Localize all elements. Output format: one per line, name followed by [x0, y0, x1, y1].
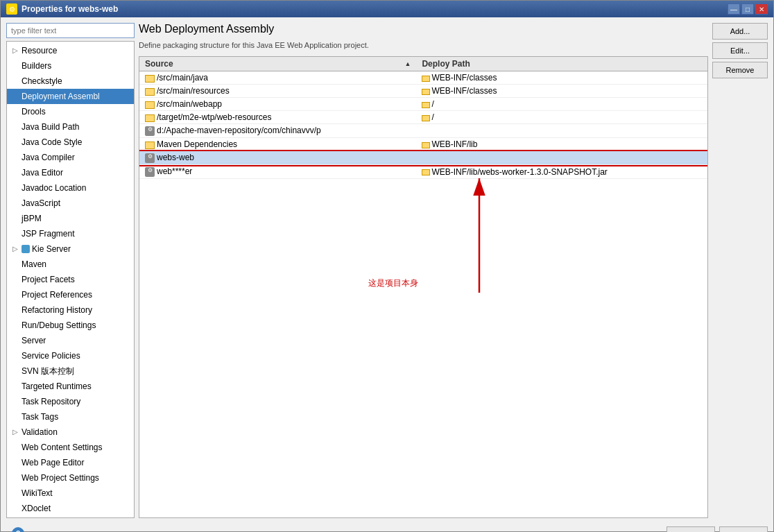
gear-icon: ⚙ — [145, 167, 155, 177]
sidebar-item-java-code-style[interactable]: Java Code Style — [7, 135, 134, 150]
deploy-path-cell: WEB-INF/classes — [416, 85, 707, 98]
nav-label-web-content-settings: Web Content Settings — [22, 442, 103, 453]
title-bar-buttons: — □ ✕ — [728, 3, 768, 15]
deploy-path-cell: WEB-INF/lib/webs-worker-1.3.0-SNAPSHOT.j… — [416, 165, 707, 179]
sidebar-item-drools[interactable]: Drools — [7, 104, 134, 119]
sidebar-item-javadoc-location[interactable]: Javadoc Location — [7, 180, 134, 196]
folder-icon — [145, 75, 155, 83]
sidebar-item-java-build-path[interactable]: Java Build Path — [7, 119, 134, 135]
table-row[interactable]: ⚙d:/Apache-maven-repository/com/chinavvv… — [139, 124, 707, 138]
kie-icon — [22, 245, 30, 253]
source-text: webs-web — [157, 153, 194, 162]
source-cell: /target/m2e-wtp/web-resources — [139, 111, 416, 124]
sidebar-item-resource[interactable]: ▷Resource — [7, 43, 134, 58]
sidebar-item-targeted-runtimes[interactable]: Targeted Runtimes — [7, 379, 134, 394]
nav-label-xdoclet: XDoclet — [22, 503, 51, 514]
sidebar-item-web-project-settings[interactable]: Web Project Settings — [7, 470, 134, 486]
deploy-path-text: WEB-INF/lib/webs-worker-1.3.0-SNAPSHOT.j… — [431, 167, 607, 177]
table-row[interactable]: ⚙web****erWEB-INF/lib/webs-worker-1.3.0-… — [139, 165, 707, 179]
deploy-path-text: / — [431, 99, 433, 109]
sidebar-item-java-editor[interactable]: Java Editor — [7, 165, 134, 180]
gear-icon: ⚙ — [145, 153, 155, 163]
help-area: ? — [6, 524, 30, 532]
sidebar-item-refactoring-history[interactable]: Refactoring History — [7, 302, 134, 318]
table-row[interactable]: /src/main/webapp/ — [139, 98, 707, 111]
sidebar-item-validation[interactable]: ▷Validation — [7, 424, 134, 440]
remove-button[interactable]: Remove — [712, 62, 768, 78]
gear-icon: ⚙ — [145, 126, 155, 136]
deploy-folder-icon — [422, 89, 430, 95]
filter-input[interactable] — [6, 23, 135, 38]
add-button[interactable]: Add... — [712, 23, 768, 40]
sidebar-item-task-repository[interactable]: Task Repository — [7, 394, 134, 409]
nav-label-kie-server: Kie Server — [32, 243, 71, 255]
source-cell: /src/main/webapp — [139, 98, 416, 111]
panel-description: Define packaging structure for this Java… — [139, 41, 708, 49]
table-row[interactable]: ⚙webs-web — [139, 151, 707, 165]
bottom-section: ? Revert Apply — [6, 522, 768, 532]
sidebar-item-maven[interactable]: Maven — [7, 257, 134, 272]
nav-label-web-page-editor: Web Page Editor — [22, 457, 85, 468]
nav-label-service-policies: Service Policies — [22, 350, 80, 361]
nav-label-javadoc-location: Javadoc Location — [22, 182, 86, 194]
title-bar: ⚙ Properties for webs-web — □ ✕ — [1, 1, 773, 17]
nav-label-deployment-assembly: Deployment Assembl — [22, 91, 100, 102]
right-section: Web Deployment Assembly Define packaging… — [139, 23, 768, 518]
help-icon[interactable]: ? — [12, 527, 24, 532]
table-row[interactable]: Maven DependenciesWEB-INF/lib — [139, 138, 707, 151]
sidebar-item-xdoclet[interactable]: XDoclet — [7, 501, 134, 516]
sidebar-item-web-content-settings[interactable]: Web Content Settings — [7, 440, 134, 455]
sidebar-item-web-page-editor[interactable]: Web Page Editor — [7, 455, 134, 470]
source-cell: ⚙web****er — [139, 165, 416, 179]
sidebar-item-javascript[interactable]: JavaScript — [7, 196, 134, 211]
minimize-button[interactable]: — — [728, 3, 740, 15]
maximize-button[interactable]: □ — [741, 3, 754, 15]
nav-label-wikitext: WikiText — [22, 488, 53, 499]
table-row[interactable]: /target/m2e-wtp/web-resources/ — [139, 111, 707, 124]
action-buttons: Add... Edit... Remove — [712, 23, 768, 518]
edit-button[interactable]: Edit... — [712, 42, 768, 59]
sidebar-item-kie-server[interactable]: ▷Kie Server — [7, 241, 134, 257]
source-cell: /src/main/resources — [139, 85, 416, 98]
title-bar-left: ⚙ Properties for webs-web — [6, 3, 118, 15]
deploy-path-text: WEB-INF/classes — [431, 86, 497, 96]
sidebar-item-jsp-fragment[interactable]: JSP Fragment — [7, 226, 134, 241]
dialog-content: ▷ResourceBuildersCheckstyleDeployment As… — [1, 17, 773, 532]
svg-text:这是项目本身: 这是项目本身 — [368, 278, 418, 288]
expand-icon-validation: ▷ — [12, 427, 19, 438]
sidebar-item-run-debug-settings[interactable]: Run/Debug Settings — [7, 318, 134, 333]
sidebar-item-server[interactable]: Server — [7, 333, 134, 348]
sidebar-item-jbpm[interactable]: jBPM — [7, 211, 134, 226]
sidebar-item-service-policies[interactable]: Service Policies — [7, 348, 134, 363]
source-text: /src/main/webapp — [157, 99, 222, 109]
sidebar-item-svn[interactable]: SVN 版本控制 — [7, 363, 134, 379]
col-deploy-path: Deploy Path — [416, 57, 707, 71]
nav-label-builders: Builders — [22, 60, 51, 71]
sidebar-item-deployment-assembly[interactable]: Deployment Assembl — [7, 89, 134, 104]
nav-label-resource: Resource — [22, 45, 57, 56]
sidebar-item-task-tags[interactable]: Task Tags — [7, 409, 134, 424]
sidebar-item-checkstyle[interactable]: Checkstyle — [7, 74, 134, 89]
source-text: d:/Apache-maven-repository/com/chinavvv/… — [157, 126, 321, 135]
source-cell: Maven Dependencies — [139, 138, 416, 151]
revert-button[interactable]: Revert — [666, 526, 715, 532]
sidebar-item-java-compiler[interactable]: Java Compiler — [7, 150, 134, 165]
sidebar-item-project-references[interactable]: Project References — [7, 287, 134, 302]
nav-label-task-repository: Task Repository — [22, 396, 80, 407]
window-icon: ⚙ — [6, 3, 17, 15]
nav-label-javascript: JavaScript — [22, 198, 60, 209]
sidebar-item-project-facets[interactable]: Project Facets — [7, 272, 134, 287]
nav-label-svn: SVN 版本控制 — [22, 366, 74, 377]
right-panel: Web Deployment Assembly Define packaging… — [139, 23, 708, 518]
folder-icon — [145, 88, 155, 96]
nav-label-validation: Validation — [22, 427, 58, 438]
sidebar-item-wikitext[interactable]: WikiText — [7, 486, 134, 501]
close-button[interactable]: ✕ — [755, 3, 768, 15]
apply-button[interactable]: Apply — [719, 526, 768, 532]
sort-arrow-source: ▲ — [405, 60, 411, 67]
table-row[interactable]: /src/main/resourcesWEB-INF/classes — [139, 85, 707, 98]
table-row[interactable]: /src/main/javaWEB-INF/classes — [139, 71, 707, 85]
nav-label-java-build-path: Java Build Path — [22, 121, 79, 132]
deploy-path-text: WEB-INF/lib — [431, 139, 477, 149]
sidebar-item-builders[interactable]: Builders — [7, 58, 134, 74]
